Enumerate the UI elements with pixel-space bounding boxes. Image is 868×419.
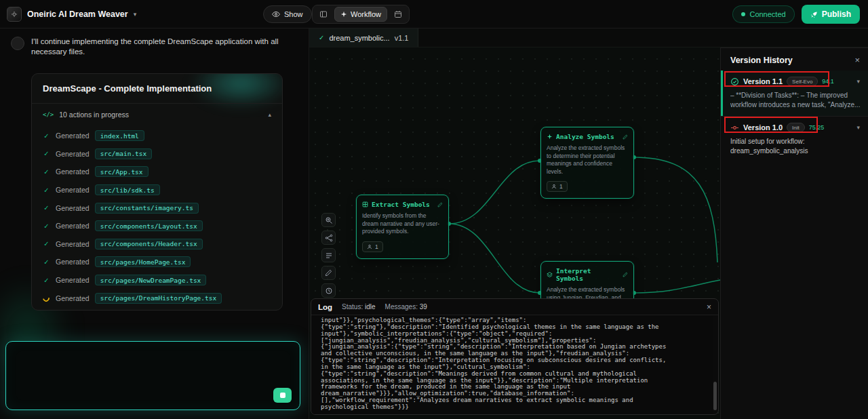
node-title: Analyze Symbols bbox=[556, 133, 614, 140]
actions-progress-row[interactable]: </> 10 actions in progress ▴ bbox=[32, 104, 282, 125]
publish-button[interactable]: Publish bbox=[802, 5, 860, 24]
generated-label: Generated bbox=[56, 276, 90, 284]
badge-count: 1 bbox=[375, 243, 378, 250]
log-header: Log Status: idle Messages: 39 × bbox=[311, 299, 718, 315]
chevron-up-icon[interactable]: ▴ bbox=[268, 111, 271, 118]
version-name: Version 1.0 bbox=[743, 123, 783, 132]
card-title: DreamScape - Complete Implementation bbox=[32, 74, 282, 104]
node-description: Analyze the extracted symbols to determi… bbox=[547, 144, 628, 176]
version-history-title: Version History bbox=[730, 56, 793, 65]
log-body[interactable]: input"}},"psychological_themes":{"type":… bbox=[311, 315, 713, 414]
tab-name: dream_symbolic... bbox=[329, 34, 389, 42]
clock-icon bbox=[325, 287, 333, 295]
file-pill[interactable]: src/main.tsx bbox=[95, 148, 153, 159]
edit-icon[interactable] bbox=[623, 134, 628, 140]
workflow-node-extract-symbols[interactable]: Extract Symbols Identify symbols from th… bbox=[356, 195, 449, 259]
file-pill[interactable]: index.html bbox=[95, 130, 144, 141]
tab-version: v1.1 bbox=[395, 34, 409, 42]
schedule-button[interactable] bbox=[389, 7, 408, 22]
topbar-right-group: Connected Publish bbox=[732, 0, 860, 28]
check-icon: ✓ bbox=[43, 150, 50, 157]
node-badge: 1 bbox=[547, 181, 568, 192]
connected-label: Connected bbox=[749, 10, 785, 18]
sparkle-icon bbox=[340, 11, 347, 18]
file-pill[interactable]: src/components/Layout.tsx bbox=[95, 220, 203, 231]
show-label: Show bbox=[284, 10, 303, 18]
file-pill[interactable]: src/constants/imagery.ts bbox=[95, 203, 199, 214]
workflow-node-analyze-symbols[interactable]: Analyze Symbols Analyze the extracted sy… bbox=[540, 127, 634, 199]
check-icon: ✓ bbox=[43, 277, 50, 284]
scrollbar-thumb[interactable] bbox=[713, 382, 717, 410]
workflow-label: Workflow bbox=[351, 10, 381, 18]
file-pill[interactable]: src/lib/sdk.ts bbox=[95, 184, 160, 195]
show-button[interactable]: Show bbox=[263, 5, 312, 23]
file-pill[interactable]: src/App.tsx bbox=[95, 166, 149, 177]
generated-file-row: ✓ Generated src/constants/imagery.ts bbox=[43, 199, 271, 217]
assistant-avatar bbox=[11, 37, 24, 50]
check-icon: ✓ bbox=[319, 34, 324, 41]
check-icon: ✓ bbox=[43, 222, 50, 230]
list-view-button[interactable] bbox=[321, 248, 336, 262]
log-status: Status: idle bbox=[342, 303, 376, 311]
workflow-tab-button[interactable]: Workflow bbox=[334, 7, 387, 22]
active-version-accent bbox=[721, 71, 723, 116]
generated-label: Generated bbox=[56, 240, 90, 248]
check-icon: ✓ bbox=[43, 258, 50, 266]
stop-button[interactable] bbox=[273, 388, 292, 403]
code-icon: </> bbox=[43, 111, 54, 118]
stop-icon bbox=[280, 393, 285, 398]
generated-label: Generated bbox=[56, 204, 90, 212]
agent-icon bbox=[367, 244, 372, 250]
check-icon: ✓ bbox=[43, 132, 50, 140]
file-pill[interactable]: src/pages/DreamHistoryPage.tsx bbox=[95, 293, 222, 304]
version-score: 94.1 bbox=[822, 78, 834, 85]
chat-input[interactable] bbox=[12, 347, 294, 404]
generated-file-row: ✓ Generated src/components/Header.tsx bbox=[43, 235, 271, 254]
version-name: Version 1.1 bbox=[743, 77, 783, 85]
auto-layout-button[interactable] bbox=[321, 231, 336, 245]
chevron-down-icon[interactable]: ▾ bbox=[134, 11, 137, 18]
generated-label: Generated bbox=[56, 258, 90, 266]
generated-file-row: ✓ Generated src/App.tsx bbox=[43, 163, 271, 181]
version-tag-badge: Init bbox=[787, 123, 805, 132]
generated-file-row: ✓ Generated src/pages/HomePage.tsx bbox=[43, 253, 271, 271]
version-history-panel: Version History × Version 1.1 Self-Evo 9… bbox=[720, 47, 868, 419]
canvas-tab-bar: ✓ dream_symbolic... v1.1 bbox=[309, 28, 868, 47]
commit-icon bbox=[730, 123, 739, 132]
file-pill[interactable]: src/pages/HomePage.tsx bbox=[95, 256, 191, 267]
version-item-1-0[interactable]: Version 1.0 Init 75.25 ▾ Initial setup f… bbox=[721, 116, 868, 162]
calendar-icon bbox=[394, 10, 402, 18]
brand[interactable]: Oneiric AI Dream Weaver ▾ bbox=[7, 0, 136, 28]
agent-icon bbox=[551, 184, 557, 189]
file-pill[interactable]: src/components/Header.tsx bbox=[95, 239, 203, 250]
edit-workflow-button[interactable] bbox=[321, 266, 336, 280]
rocket-icon bbox=[810, 11, 818, 18]
zoom-in-button[interactable] bbox=[321, 213, 336, 227]
close-icon[interactable]: × bbox=[854, 55, 860, 65]
app-title: Oneiric AI Dream Weaver bbox=[27, 9, 128, 19]
generated-file-row: ✓ Generated src/lib/sdk.ts bbox=[43, 181, 271, 199]
log-scrollbar[interactable] bbox=[713, 315, 717, 413]
version-score: 75.25 bbox=[809, 124, 825, 131]
chevron-down-icon[interactable]: ▾ bbox=[856, 78, 861, 85]
version-history-header: Version History × bbox=[721, 48, 868, 71]
panel-toggle-button[interactable] bbox=[314, 7, 333, 22]
generated-file-row: ✓ Generated src/pages/NewDreamPage.tsx bbox=[43, 271, 271, 290]
version-item-1-1[interactable]: Version 1.1 Self-Evo 94.1 ▾ – **Division… bbox=[721, 71, 868, 116]
view-switcher: Workflow bbox=[312, 5, 410, 24]
history-button[interactable] bbox=[321, 283, 336, 298]
generated-label: Generated bbox=[56, 132, 90, 140]
edit-icon[interactable] bbox=[437, 202, 443, 207]
sidebar-panel-icon bbox=[319, 10, 328, 18]
check-icon: ✓ bbox=[43, 168, 50, 176]
log-line: psychological themes"}}} bbox=[321, 404, 703, 411]
log-title: Log bbox=[318, 303, 332, 311]
check-icon: ✓ bbox=[43, 240, 50, 247]
implementation-card: DreamScape - Complete Implementation </>… bbox=[31, 73, 283, 311]
chevron-down-icon[interactable]: ▾ bbox=[856, 124, 861, 131]
close-icon[interactable]: × bbox=[707, 302, 711, 312]
generated-label: Generated bbox=[56, 150, 90, 158]
workflow-tab[interactable]: ✓ dream_symbolic... v1.1 bbox=[309, 28, 418, 47]
file-pill[interactable]: src/pages/NewDreamPage.tsx bbox=[95, 275, 207, 285]
edit-icon[interactable] bbox=[623, 272, 628, 277]
